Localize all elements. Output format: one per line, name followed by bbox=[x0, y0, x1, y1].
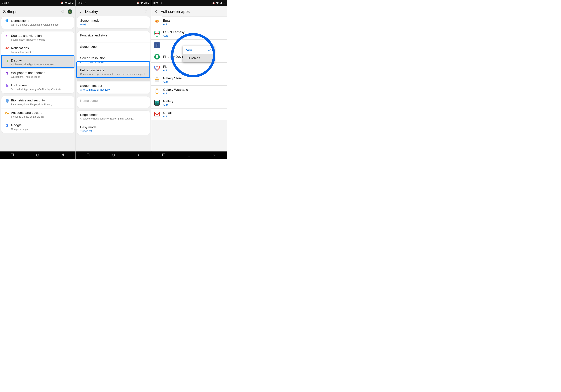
alarm-icon: ⏰ bbox=[61, 1, 64, 4]
app-item-galaxywearable[interactable]: Galaxy Wearable Auto bbox=[151, 86, 227, 97]
svg-line-16 bbox=[8, 60, 8, 60]
home-button[interactable] bbox=[187, 154, 191, 157]
display-item-timeout[interactable]: Screen timeout After 1 minute of inactiv… bbox=[77, 82, 150, 94]
settings-item-display[interactable]: Display Brightness, Blue light filter, H… bbox=[1, 56, 74, 69]
settings-item-connections[interactable]: Connections Wi-Fi, Bluetooth, Data usage… bbox=[1, 17, 74, 29]
display-item-resolution[interactable]: Screen resolution FHD+ (2280 x 1080) bbox=[77, 54, 150, 66]
svg-point-33 bbox=[112, 154, 115, 156]
display-item-font[interactable]: Font size and style bbox=[77, 31, 150, 42]
app-item-gallery[interactable]: Gallery Auto bbox=[151, 97, 227, 109]
back-button[interactable] bbox=[61, 154, 65, 157]
svg-point-45 bbox=[157, 56, 157, 57]
battery-icon bbox=[148, 2, 149, 4]
display-item-easy[interactable]: Easy mode Turned off bbox=[77, 123, 150, 135]
app-item-gmail[interactable]: Gmail Auto bbox=[151, 109, 227, 120]
display-item-screen-mode[interactable]: Screen mode Vivid bbox=[77, 16, 150, 28]
battery-icon bbox=[223, 2, 225, 4]
fullscreen-header: Full screen apps bbox=[151, 6, 227, 16]
popup-option-fullscreen[interactable]: Full screen bbox=[183, 54, 214, 62]
settings-group-device: Sounds and vibration Sound mode, Rington… bbox=[1, 32, 74, 93]
svg-rect-29 bbox=[148, 2, 149, 2]
settings-item-lockscreen[interactable]: Lock screen Screen lock type, Always On … bbox=[1, 81, 74, 93]
status-bar: 3:23 ▢ ⏰ bbox=[0, 0, 76, 6]
app-item-espn[interactable]: ESPN ESPN Fantasy Auto bbox=[151, 28, 227, 40]
clock: 3:23 bbox=[2, 1, 7, 4]
svg-text:ESPN: ESPN bbox=[156, 33, 158, 34]
svg-point-8 bbox=[7, 60, 8, 62]
screenshot-icon: ▢ bbox=[8, 1, 10, 4]
item-sub: Choose which apps you want to use in the… bbox=[80, 73, 147, 79]
item-label: Sounds and vibration bbox=[11, 34, 71, 38]
item-label: Wallpapers and themes bbox=[11, 71, 71, 75]
item-sub: Samsung Cloud, Smart Switch bbox=[11, 115, 71, 118]
recent-button[interactable] bbox=[87, 154, 90, 157]
page-title: Settings bbox=[3, 10, 58, 14]
svg-rect-28 bbox=[148, 3, 149, 4]
option-label: Auto bbox=[186, 48, 193, 52]
settings-item-wallpapers[interactable]: Wallpapers and themes Wallpapers, Themes… bbox=[1, 69, 74, 81]
app-label: Galaxy Store bbox=[163, 76, 182, 80]
home-button[interactable] bbox=[112, 154, 115, 157]
item-label: Font size and style bbox=[80, 33, 147, 37]
svg-point-20 bbox=[7, 86, 8, 86]
espn-icon: ESPN bbox=[153, 30, 161, 37]
gallery-icon bbox=[153, 99, 161, 106]
display-item-zoom[interactable]: Screen zoom bbox=[77, 42, 150, 54]
svg-rect-18 bbox=[7, 74, 8, 74]
home-button[interactable] bbox=[36, 154, 39, 157]
item-label: Google bbox=[11, 123, 71, 127]
app-item-fit[interactable]: Fit Auto bbox=[151, 63, 227, 74]
back-icon[interactable] bbox=[154, 10, 158, 13]
settings-item-sounds[interactable]: Sounds and vibration Sound mode, Rington… bbox=[1, 32, 74, 44]
settings-item-accounts[interactable]: Accounts and backup Samsung Cloud, Smart… bbox=[1, 108, 74, 121]
item-sub: Face recognition, Fingerprints, Privacy bbox=[11, 103, 71, 106]
popup-option-auto[interactable]: Auto bbox=[183, 46, 214, 54]
search-icon[interactable] bbox=[61, 10, 65, 14]
settings-item-biometrics[interactable]: Biometrics and security Face recognition… bbox=[1, 96, 74, 108]
settings-group-security: Biometrics and security Face recognition… bbox=[1, 96, 74, 133]
svg-rect-35 bbox=[224, 3, 225, 4]
app-label: Find My Device bbox=[163, 55, 185, 59]
phone-display: 3:23 ▢ ⏰ Display Screen mode Vivid bbox=[76, 0, 151, 159]
svg-text:G: G bbox=[6, 124, 8, 127]
app-item-galaxystore[interactable]: Galaxy Store Auto bbox=[151, 74, 227, 86]
status-icons: ⏰ bbox=[136, 1, 149, 4]
app-item-email[interactable]: @ Email Auto bbox=[151, 17, 227, 28]
svg-line-15 bbox=[6, 62, 6, 62]
nav-bar bbox=[0, 151, 76, 159]
item-sub: Google settings bbox=[11, 127, 71, 131]
display-item-edge[interactable]: Edge screen Change the Edge panels or Ed… bbox=[77, 111, 150, 123]
signal-icon bbox=[68, 2, 71, 4]
app-value: Auto bbox=[163, 34, 184, 37]
svg-rect-54 bbox=[162, 154, 165, 156]
settings-item-notifications[interactable]: Notifications Block, allow, prioritize bbox=[1, 44, 74, 56]
display-group-2: Font size and style Screen zoom Screen r… bbox=[77, 31, 150, 94]
item-label: Biometrics and security bbox=[11, 98, 71, 103]
display-item-fullscreen-apps[interactable]: Full screen apps Choose which apps you w… bbox=[77, 66, 150, 82]
search-icon[interactable] bbox=[144, 10, 148, 14]
back-icon[interactable] bbox=[79, 10, 82, 13]
svg-rect-50 bbox=[155, 90, 159, 93]
status-icons: ⏰ bbox=[212, 1, 225, 4]
recent-button[interactable] bbox=[11, 154, 14, 157]
profile-avatar[interactable]: G bbox=[68, 9, 72, 14]
item-sub: Brightness, Blue light filter, Home scre… bbox=[11, 63, 71, 66]
svg-line-13 bbox=[6, 60, 6, 60]
item-label: Full screen apps bbox=[80, 68, 147, 72]
item-label: Easy mode bbox=[80, 125, 147, 129]
svg-line-4 bbox=[64, 12, 65, 13]
item-value: After 1 minute of inactivity. bbox=[80, 88, 147, 91]
shield-icon bbox=[3, 99, 11, 103]
settings-item-google[interactable]: G Google Google settings bbox=[1, 121, 74, 133]
recent-button[interactable] bbox=[162, 154, 165, 157]
display-item-home-screen[interactable]: Home screen bbox=[77, 96, 150, 108]
clock: 3:24 bbox=[153, 1, 158, 4]
back-button[interactable] bbox=[213, 154, 216, 157]
check-icon bbox=[208, 49, 211, 51]
brush-icon bbox=[3, 71, 11, 75]
screenshot-icon: ▢ bbox=[159, 1, 162, 4]
item-label: Notifications bbox=[11, 46, 71, 50]
app-label: ESPN Fantasy bbox=[163, 30, 184, 34]
item-sub: Wi-Fi, Bluetooth, Data usage, Airplane m… bbox=[11, 23, 71, 26]
back-button[interactable] bbox=[137, 154, 140, 157]
